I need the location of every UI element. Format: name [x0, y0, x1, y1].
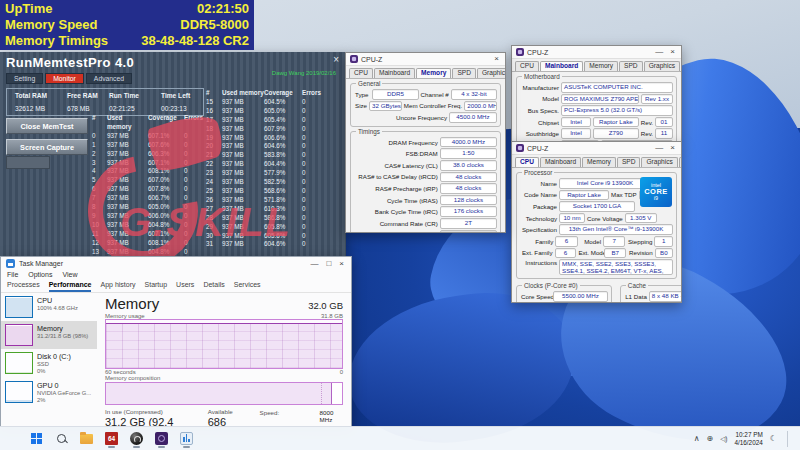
tab-graphics[interactable]: Graphics — [477, 68, 506, 78]
mini-graph — [5, 296, 33, 318]
minimize-icon[interactable]: — — [308, 259, 320, 269]
minimize-icon[interactable]: — — [653, 143, 665, 153]
close-icon[interactable]: × — [492, 54, 501, 64]
field-label: Channel # — [421, 91, 449, 98]
tab-cpu[interactable]: CPU — [515, 157, 539, 167]
task-manager-tabs: ProcessesPerformanceApp historyStartupUs… — [1, 280, 351, 293]
column-header: Errors — [184, 114, 204, 132]
tab-app-history[interactable]: App history — [100, 281, 135, 292]
tab-details[interactable]: Details — [203, 281, 224, 292]
general-group: General Type DDR5 Channel # 4 x 32-bit S… — [350, 83, 501, 127]
cell-coverage: 604.8% — [148, 221, 184, 230]
tab-mainboard[interactable]: Mainboard — [540, 61, 583, 71]
close-icon[interactable]: × — [337, 259, 346, 269]
cpuz-tabs: CPUMainboardMemorySPDGraphicsBenchAbout — [512, 59, 681, 72]
field-value: 7 — [603, 236, 625, 247]
start-button[interactable] — [28, 429, 45, 448]
field-label: Manufacturer — [521, 84, 559, 91]
show-desktop-button[interactable] — [787, 431, 790, 447]
volume-icon[interactable]: ◁) — [720, 434, 727, 444]
tab-performance[interactable]: Performance — [49, 281, 92, 292]
file-explorer-button[interactable] — [78, 429, 95, 448]
tab-bench[interactable]: Bench — [679, 157, 682, 167]
titlebar[interactable]: Task Manager — □ × — [1, 257, 351, 270]
cell-index: 16 — [206, 107, 222, 116]
osd-row: UpTime 02:21:50 — [5, 1, 249, 17]
screen-capture-button[interactable]: Screen Capture — [6, 139, 88, 155]
panel-title: Memory — [105, 295, 159, 312]
cell-errors: 0 — [302, 223, 322, 232]
menu-view[interactable]: View — [62, 271, 77, 278]
field-label: FSB:DRAM — [355, 150, 438, 157]
tab-users[interactable]: Users — [176, 281, 194, 292]
tab-memory[interactable]: Memory — [416, 68, 451, 78]
close-icon[interactable]: × — [333, 54, 339, 65]
tab-spd[interactable]: SPD — [619, 61, 643, 71]
sidebar-item-text: CPU100% 4.68 GHz — [37, 296, 78, 312]
do-not-disturb-moon-icon[interactable]: ☾ — [770, 434, 777, 444]
field-value: 8 x 48 KB + 16 x 32 KB — [649, 291, 682, 302]
network-icon[interactable]: ⊕ — [707, 434, 714, 444]
tray-chevron-icon[interactable]: ∧ — [694, 434, 700, 444]
cell-errors: 0 — [302, 232, 322, 241]
close-icon[interactable]: × — [668, 143, 677, 153]
close-memtest-button[interactable]: Close MemTest — [6, 118, 88, 134]
titlebar[interactable]: CPU-Z × — [346, 53, 505, 66]
sidebar-item-detail: 100% 4.68 GHz — [37, 305, 78, 312]
cell-coverage: 607.9% — [264, 125, 302, 134]
cell-errors: 0 — [184, 141, 204, 150]
tab-memory[interactable]: Memory — [584, 61, 618, 71]
tab-bench[interactable]: Bench — [681, 61, 682, 71]
menu-file[interactable]: File — [7, 271, 18, 278]
tab-startup[interactable]: Startup — [145, 281, 168, 292]
cpuz-taskbar-button[interactable] — [153, 429, 170, 448]
field-label: Bus Specs. — [521, 107, 559, 114]
field-label: Command Rate (CR) — [355, 220, 438, 227]
gskill-taskbar-button[interactable] — [128, 429, 145, 448]
sidebar-item-memory[interactable]: Memory31.2/31.8 GB (98%) — [1, 321, 97, 349]
tab-cpu[interactable]: CPU — [349, 68, 373, 78]
memtest64-taskbar-button[interactable]: 64 — [103, 429, 120, 448]
sidebar-item-detail: NVIDIA GeForce G... — [37, 390, 91, 397]
tab-services[interactable]: Services — [234, 281, 261, 292]
titlebar[interactable]: CPU-Z — × — [512, 142, 681, 155]
tab-cpu[interactable]: CPU — [515, 61, 539, 71]
tab-spd[interactable]: SPD — [452, 68, 476, 78]
tab-monitor[interactable]: Monitor — [45, 73, 84, 84]
memory-panel: Memory 32.0 GB Memory usage 31.8 GB 60 s… — [97, 293, 351, 427]
cell-coverage: 605.4% — [264, 116, 302, 125]
memtest-title[interactable]: RunMemtestPro 4.0 — [6, 55, 134, 70]
cell-coverage: 610.3% — [264, 205, 302, 214]
sidebar-item-gpu-0[interactable]: GPU 0NVIDIA GeForce G...2% — [1, 378, 97, 407]
clock[interactable]: 10:27 PM 4/16/2024 — [734, 431, 762, 446]
minimize-icon[interactable]: — — [653, 47, 665, 57]
tab-memory[interactable]: Memory — [582, 157, 616, 167]
cell-used-memory: 937 MB — [222, 151, 264, 160]
tab-mainboard[interactable]: Mainboard — [374, 68, 415, 78]
maximize-icon[interactable]: □ — [324, 259, 333, 269]
tab-processes[interactable]: Processes — [7, 281, 40, 292]
task-manager-taskbar-button[interactable] — [178, 429, 195, 448]
close-icon[interactable]: × — [668, 47, 677, 57]
cell-coverage: 605.0% — [148, 203, 184, 212]
table-row: 19937 MB606.6%0 — [206, 134, 342, 143]
cell-errors: 0 — [302, 116, 322, 125]
tab-graphics[interactable]: Graphics — [641, 157, 677, 167]
table-header-row: #Used memoryCoverageErrors — [206, 89, 342, 98]
tab-graphics[interactable]: Graphics — [644, 61, 680, 71]
field-label: Family — [521, 238, 553, 245]
sidebar-item-disk-0-c-[interactable]: Disk 0 (C:)SSD0% — [1, 349, 97, 378]
cell-used-memory: 937 MB — [107, 212, 148, 221]
cell-coverage: 586.8% — [264, 214, 302, 223]
sidebar-item-cpu[interactable]: CPU100% 4.68 GHz — [1, 293, 97, 321]
field-label: DRAM Idle Timer — [355, 231, 438, 233]
cell-used-memory: 937 MB — [107, 159, 148, 168]
menu-options[interactable]: Options — [28, 271, 52, 278]
tab-setting[interactable]: Setting — [6, 73, 43, 84]
tab-mainboard[interactable]: Mainboard — [540, 157, 581, 167]
titlebar[interactable]: CPU-Z — × — [512, 46, 681, 59]
tab-spd[interactable]: SPD — [617, 157, 641, 167]
search-button[interactable] — [53, 429, 70, 448]
field-label: Southbridge — [521, 130, 559, 137]
tab-advanced[interactable]: Advanced — [86, 73, 132, 84]
